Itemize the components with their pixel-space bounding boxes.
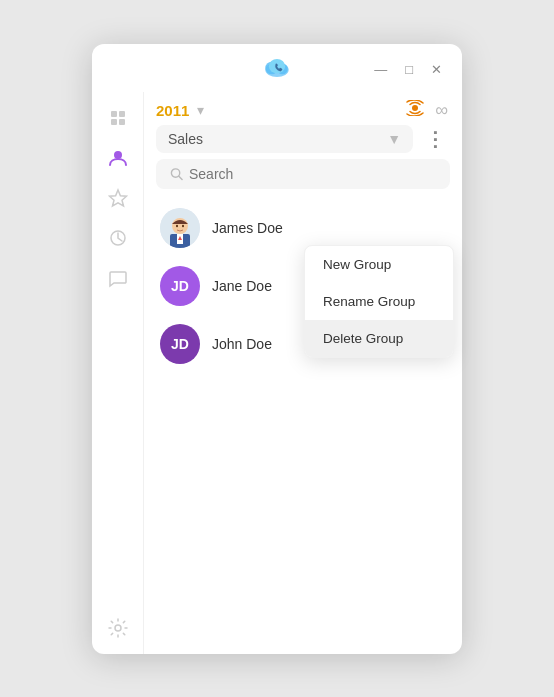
sidebar-item-history[interactable] bbox=[100, 220, 136, 256]
svg-point-11 bbox=[115, 625, 121, 631]
svg-point-21 bbox=[182, 224, 184, 226]
svg-rect-7 bbox=[119, 119, 125, 125]
contact-name: James Doe bbox=[212, 220, 283, 236]
settings-icon bbox=[108, 618, 128, 638]
search-input[interactable] bbox=[189, 166, 436, 182]
svg-rect-4 bbox=[111, 111, 117, 117]
maximize-button[interactable]: □ bbox=[401, 61, 417, 78]
avatar: JD bbox=[160, 324, 200, 364]
window-controls: — □ ✕ bbox=[370, 61, 446, 78]
avatar bbox=[160, 208, 200, 248]
chevron-down-icon: ▼ bbox=[387, 131, 401, 147]
svg-point-8 bbox=[114, 151, 122, 159]
svg-line-14 bbox=[179, 176, 182, 179]
avatar-image bbox=[160, 208, 200, 248]
context-menu-item-rename-group[interactable]: Rename Group bbox=[305, 283, 453, 320]
avatar-initials: JD bbox=[171, 336, 189, 352]
titlebar: — □ ✕ bbox=[92, 44, 462, 92]
svg-rect-5 bbox=[119, 111, 125, 117]
group-more-button[interactable]: ⋮ bbox=[421, 129, 450, 149]
main-row: 2011 ▾ ∞ Sales ▼ bbox=[92, 92, 462, 654]
context-menu: New Group Rename Group Delete Group bbox=[304, 245, 454, 358]
search-icon bbox=[170, 167, 183, 181]
contact-name: John Doe bbox=[212, 336, 272, 352]
extension-number[interactable]: 2011 bbox=[156, 102, 189, 119]
sidebar bbox=[92, 92, 144, 654]
sidebar-item-settings[interactable] bbox=[100, 610, 136, 646]
svg-point-12 bbox=[412, 105, 418, 111]
avatar: JD bbox=[160, 266, 200, 306]
user-status-icon[interactable]: ∞ bbox=[435, 100, 450, 121]
context-menu-item-new-group[interactable]: New Group bbox=[305, 246, 453, 283]
minimize-button[interactable]: — bbox=[370, 61, 391, 78]
avatar-initials: JD bbox=[171, 278, 189, 294]
svg-rect-6 bbox=[111, 119, 117, 125]
context-menu-item-delete-group[interactable]: Delete Group bbox=[305, 320, 453, 357]
sidebar-item-contacts[interactable] bbox=[100, 140, 136, 176]
group-selector[interactable]: Sales ▼ bbox=[156, 125, 413, 153]
chevron-down-icon[interactable]: ▾ bbox=[197, 102, 204, 118]
app-logo bbox=[259, 50, 295, 90]
contacts-icon bbox=[108, 148, 128, 168]
radio-waves-icon bbox=[403, 100, 427, 116]
logo-icon bbox=[259, 50, 295, 86]
close-button[interactable]: ✕ bbox=[427, 61, 446, 78]
sidebar-item-chat[interactable] bbox=[100, 260, 136, 296]
group-selector-label: Sales bbox=[168, 131, 387, 147]
chat-icon bbox=[108, 268, 128, 288]
content-area: 2011 ▾ ∞ Sales ▼ bbox=[144, 92, 462, 654]
star-icon bbox=[108, 188, 128, 208]
search-bar[interactable] bbox=[156, 159, 450, 189]
topbar: 2011 ▾ ∞ bbox=[144, 92, 462, 125]
radio-icon bbox=[403, 100, 427, 120]
sidebar-item-favorites[interactable] bbox=[100, 180, 136, 216]
grid-icon bbox=[109, 109, 127, 127]
app-window: — □ ✕ bbox=[92, 44, 462, 654]
svg-marker-9 bbox=[109, 190, 126, 206]
sidebar-item-grid[interactable] bbox=[100, 100, 136, 136]
svg-point-20 bbox=[176, 224, 178, 226]
history-icon bbox=[108, 228, 128, 248]
contact-name: Jane Doe bbox=[212, 278, 272, 294]
